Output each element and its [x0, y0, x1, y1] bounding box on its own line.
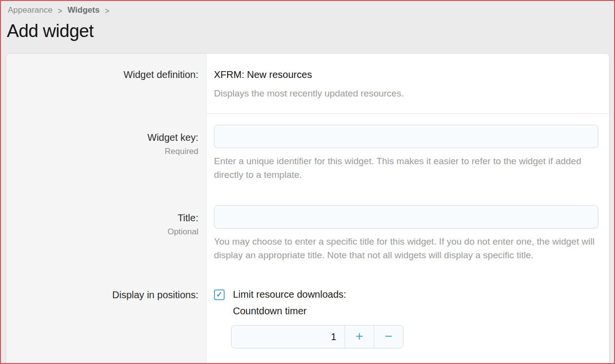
title-explain: You may choose to enter a specific title… — [214, 235, 598, 262]
display-positions-label: Display in positions: — [11, 289, 198, 301]
widget-definition-label: Widget definition: — [11, 69, 198, 81]
add-widget-form: Widget definition: XFRM: New resources D… — [6, 53, 610, 364]
widget-key-input[interactable] — [214, 125, 598, 148]
minus-icon: − — [385, 329, 393, 344]
plus-icon: + — [356, 329, 364, 344]
breadcrumb-item-appearance[interactable]: Appearance — [8, 5, 53, 15]
page-title: Add widget — [7, 21, 614, 41]
form-row-display-positions: Display in positions: ✓ Limit resource d… — [6, 275, 609, 358]
widget-key-explain: Enter a unique identifier for this widge… — [214, 154, 598, 182]
title-input[interactable] — [214, 205, 598, 229]
form-filler-row — [6, 358, 609, 364]
breadcrumb: Appearance > Widgets > — [1, 1, 614, 15]
form-row-widget-definition: Widget definition: XFRM: New resources D… — [6, 54, 609, 114]
decrement-button[interactable]: − — [374, 326, 403, 348]
countdown-timer-stepper: + − — [231, 325, 404, 348]
widget-definition-description: Displays the most recently updated resou… — [214, 88, 598, 99]
chevron-right-icon: > — [105, 5, 109, 15]
limit-resource-downloads-checkbox[interactable]: ✓ — [214, 289, 225, 300]
widget-key-required-label: Required — [11, 147, 198, 156]
title-label: Title: — [11, 212, 198, 224]
limit-resource-downloads-label: Limit resource downloads: — [233, 288, 346, 301]
countdown-timer-value-input[interactable] — [231, 326, 345, 348]
title-optional-label: Optional — [11, 227, 198, 237]
breadcrumb-item-widgets[interactable]: Widgets — [67, 5, 99, 15]
widget-key-label: Widget key: — [11, 132, 198, 144]
form-row-title: Title: Optional You may choose to enter … — [6, 194, 609, 275]
add-widget-page: { "breadcrumb": { "items": [ { "label": … — [0, 0, 615, 364]
increment-button[interactable]: + — [345, 326, 374, 348]
widget-definition-value: XFRM: New resources — [214, 69, 598, 80]
checkmark-icon: ✓ — [216, 291, 222, 299]
chevron-right-icon: > — [58, 5, 62, 15]
form-row-widget-key: Widget key: Required Enter a unique iden… — [6, 114, 609, 194]
countdown-timer-label: Countdown timer — [233, 305, 346, 317]
